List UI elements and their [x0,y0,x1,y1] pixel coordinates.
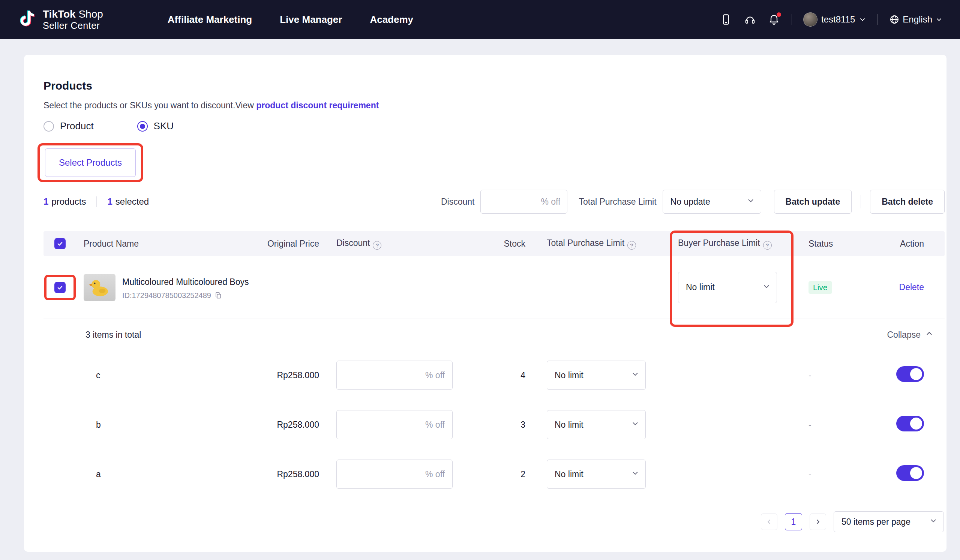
select-products-button[interactable]: Select Products [45,148,136,177]
select-all-checkbox[interactable] [54,238,66,249]
mobile-device-icon[interactable] [720,13,732,26]
product-id: ID:1729480785003252489 [122,291,211,300]
sku-status-dash: - [808,370,811,380]
tiktok-shop-logo[interactable]: TikTok Shop Seller Center [17,8,103,32]
batch-toolbar: 1 products 1 selected Discount Total Pur… [43,190,945,214]
chevron-up-icon [925,329,933,340]
discount-label: Discount [441,197,474,207]
sku-row: c Rp258.000 4 No limit - [43,351,945,400]
sku-total-purchase-limit-dropdown[interactable]: No limit [547,361,646,390]
navbar-divider [877,14,878,25]
radio-product-label: Product [60,120,94,132]
chevron-down-icon [929,517,938,527]
language-selector[interactable]: English [889,14,943,25]
batch-controls: Discount Total Purchase Limit No update … [441,190,945,214]
delete-button[interactable]: Delete [899,282,924,292]
product-row-checkbox[interactable] [54,282,66,293]
sku-row: a Rp258.000 2 No limit - [43,450,945,499]
sku-section-header: 3 items in total Collapse [43,319,945,351]
logo-shop: Shop [78,8,103,20]
batch-delete-button[interactable]: Batch delete [870,190,945,214]
chevron-down-icon [747,196,755,207]
products-card: Products Select the products or SKUs you… [24,55,947,552]
products-count-label: products [51,196,86,207]
batch-discount-input[interactable] [480,190,567,214]
navbar-right-section: test8115 English [720,12,943,27]
tiktok-logo-icon [17,9,37,30]
sku-name: b [77,420,263,430]
help-icon[interactable]: ? [763,241,772,250]
product-discount-requirement-link[interactable]: product discount requirement [256,101,379,110]
sku-status-dash: - [808,420,811,429]
buyer-purchase-limit-dropdown[interactable]: No limit [678,272,777,303]
radio-option-sku[interactable]: SKU [137,120,174,132]
sku-stock: 3 [454,420,525,430]
pagination-next-button[interactable] [810,514,826,530]
sku-stock: 2 [454,469,525,479]
notification-dot [777,12,781,17]
header-product-name: Product Name [77,239,263,249]
sku-total-purchase-limit-dropdown[interactable]: No limit [547,459,646,489]
chevron-down-icon [762,282,771,293]
notification-bell-icon[interactable] [768,13,780,26]
sku-total-purchase-limit-value: No limit [555,469,584,479]
logo-text: TikTok Shop Seller Center [43,8,103,32]
logo-seller-center: Seller Center [43,20,103,32]
header-original-price: Original Price [263,239,319,249]
navbar-divider [792,14,792,25]
radio-option-product[interactable]: Product [43,120,94,132]
sku-active-toggle[interactable] [896,416,924,431]
nav-item-academy[interactable]: Academy [370,14,413,26]
radio-product-icon[interactable] [43,121,54,132]
toolbar-divider [861,195,861,208]
page-size-dropdown[interactable]: 50 items per page [834,511,944,532]
user-account-menu[interactable]: test8115 [803,12,866,27]
sku-name: c [77,370,263,380]
sku-name: a [77,469,263,479]
chevron-down-icon [631,370,639,380]
table-header-row: Product Name Original Price Discount? St… [43,231,945,256]
product-info: Multicoloured Multicoloured Boys ID:1729… [122,275,252,300]
headset-support-icon[interactable] [744,13,756,26]
sku-discount-input[interactable] [336,410,453,439]
sku-active-toggle[interactable] [896,366,924,382]
pagination-prev-button[interactable] [761,514,778,530]
header-stock: Stock [454,239,525,249]
radio-sku-icon[interactable] [137,121,148,132]
sku-discount-input[interactable] [336,459,453,489]
nav-item-affiliate-marketing[interactable]: Affiliate Marketing [168,14,252,26]
logo-tiktok: TikTok [43,8,76,20]
chevron-down-icon [631,469,639,479]
collapse-button[interactable]: Collapse [887,329,934,340]
subtitle-text: Select the products or SKUs you want to … [43,101,254,110]
selection-stats: 1 products 1 selected [43,196,149,207]
selected-count: 1 [107,196,112,207]
pagination: 1 50 items per page [43,511,945,532]
top-navbar: TikTok Shop Seller Center Affiliate Mark… [0,0,960,39]
pagination-page-1[interactable]: 1 [785,513,802,530]
sku-total-purchase-limit-dropdown[interactable]: No limit [547,410,646,439]
select-products-wrapper: Select Products [45,148,136,177]
sku-discount-input[interactable] [336,361,453,390]
nav-item-live-manager[interactable]: Live Manager [280,14,342,26]
mode-radio-group: Product SKU [43,120,945,132]
batch-update-button[interactable]: Batch update [774,190,852,214]
stats-divider [96,196,97,207]
duck-image [88,278,111,297]
sku-price: Rp258.000 [263,469,319,479]
items-total-label: 3 items in total [85,330,141,340]
copy-icon[interactable] [214,292,222,299]
help-icon[interactable]: ? [627,241,636,250]
batch-total-purchase-limit-dropdown[interactable]: No update [662,190,761,214]
buyer-purchase-limit-value: No limit [686,282,715,292]
sku-row: b Rp258.000 3 No limit - [43,400,945,450]
chevron-down-icon [935,16,943,23]
header-status: Status [780,239,874,249]
page-size-value: 50 items per page [842,517,910,527]
help-icon[interactable]: ? [373,241,381,250]
collapse-label: Collapse [887,330,921,340]
user-avatar [803,12,818,27]
sku-price: Rp258.000 [263,370,319,380]
sku-active-toggle[interactable] [896,465,924,481]
chevron-down-icon [631,420,639,430]
